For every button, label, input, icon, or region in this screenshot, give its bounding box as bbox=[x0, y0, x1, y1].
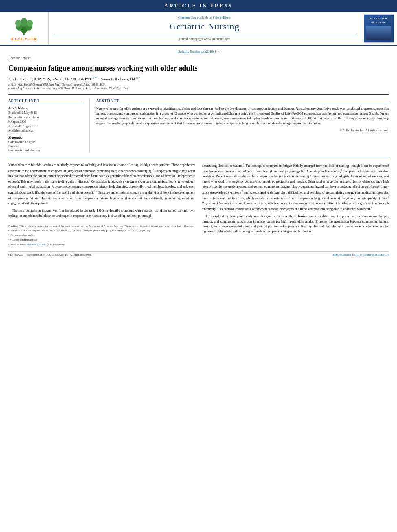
footnote-star1: * Corresponding author. bbox=[8, 234, 195, 238]
footnote-funding: Funding: This study was conducted as par… bbox=[8, 225, 195, 233]
article-title: Compassion fatigue among nurses working … bbox=[8, 64, 389, 73]
article-in-press-banner: ARTICLE IN PRESS bbox=[0, 0, 397, 11]
body-columns: Nurses who care for older adults are rou… bbox=[8, 163, 389, 248]
email-link[interactable]: hickman@iu.edu bbox=[27, 243, 46, 246]
keyword-1: Compassion Fatigue bbox=[8, 140, 84, 144]
body-text-right: devastating illnesses or trauma.5 The co… bbox=[202, 163, 389, 234]
cover-title: GERIATRIC NURSING bbox=[364, 17, 394, 24]
abstract-text: Nurses who care for older patients are e… bbox=[96, 106, 389, 126]
info-abstract-section: ARTICLE INFO Article history: Received 1… bbox=[8, 94, 389, 157]
sciencedirect-link: Contents lists available at ScienceDirec… bbox=[178, 16, 231, 20]
keywords-section: Keywords: Compassion Fatigue Burnout Com… bbox=[8, 136, 84, 152]
article-history: Article history: Received 12 May 2016 Re… bbox=[8, 106, 84, 132]
footer-doi[interactable]: http://dx.doi.org/10.1016/j.gerinurse.20… bbox=[332, 253, 389, 256]
divider bbox=[53, 35, 356, 35]
body-paragraph-2: The term compassion fatigue was first in… bbox=[8, 208, 195, 219]
article-info: ARTICLE INFO Article history: Received 1… bbox=[8, 99, 90, 152]
body-right-column: devastating illnesses or trauma.5 The co… bbox=[202, 163, 389, 248]
abstract-title: ABSTRACT bbox=[96, 99, 389, 104]
journal-title: Geriatric Nursing bbox=[170, 21, 240, 32]
abstract-section: ABSTRACT Nurses who care for older patie… bbox=[96, 99, 389, 152]
keyword-3: Compassion satisfaction bbox=[8, 148, 84, 152]
elsevier-logo: ELSEVIER bbox=[0, 12, 49, 45]
body-paragraph-3: devastating illnesses or trauma.5 The co… bbox=[202, 163, 389, 212]
footnote-star2: ** Corresponding author. bbox=[8, 238, 195, 242]
affiliation-sup-a: a,**, bbox=[93, 76, 99, 79]
footnotes: Funding: This study was conducted as par… bbox=[8, 223, 195, 247]
article-info-title: ARTICLE INFO bbox=[8, 99, 84, 104]
sciencedirect-label[interactable]: ScienceDirect bbox=[213, 16, 231, 20]
body-paragraph-1: Nurses who care for older adults are rou… bbox=[8, 163, 195, 206]
journal-cover: GERIATRIC NURSING bbox=[360, 12, 397, 45]
keyword-2: Burnout bbox=[8, 144, 84, 148]
cover-image: GERIATRIC NURSING bbox=[364, 14, 394, 43]
page-footer: 0197-4572/$ — see front matter © 2016 El… bbox=[8, 251, 389, 256]
doi-line: Geriatric Nursing xx (2016) 1–4 bbox=[8, 50, 389, 53]
journal-homepage: journal homepage: www.gnjournal.com bbox=[179, 37, 230, 41]
feature-article-label: Feature Article bbox=[8, 56, 31, 61]
journal-center: Contents lists available at ScienceDirec… bbox=[49, 12, 360, 45]
cover-graphic bbox=[366, 26, 391, 40]
authors: Kay L. Kolthoff, DNP, MSN, RN/BC, FNP/BC… bbox=[8, 76, 389, 81]
elsevier-tree-icon bbox=[11, 16, 37, 36]
footnote-email: E-mail address: hickman@iu.edu (S.E. Hic… bbox=[8, 243, 195, 247]
copyright-line: © 2016 Elsevier Inc. All rights reserved… bbox=[96, 128, 389, 132]
body-text-left: Nurses who care for older adults are rou… bbox=[8, 163, 195, 219]
journal-header: ELSEVIER Contents lists available at Sci… bbox=[0, 11, 397, 46]
svg-point-4 bbox=[20, 18, 28, 27]
body-paragraph-4: This exploratory descriptive study was d… bbox=[202, 214, 389, 234]
page-content: Geriatric Nursing xx (2016) 1–4 Feature … bbox=[0, 46, 397, 260]
elsevier-label: ELSEVIER bbox=[11, 36, 37, 41]
affiliation-sup-b: b,* bbox=[136, 76, 140, 79]
body-left-column: Nurses who care for older adults are rou… bbox=[8, 163, 195, 248]
affiliations: a Valle Vista Health System, 898 East Ma… bbox=[8, 83, 389, 90]
footer-issn: 0197-4572/$ — see front matter © 2016 El… bbox=[8, 253, 92, 256]
